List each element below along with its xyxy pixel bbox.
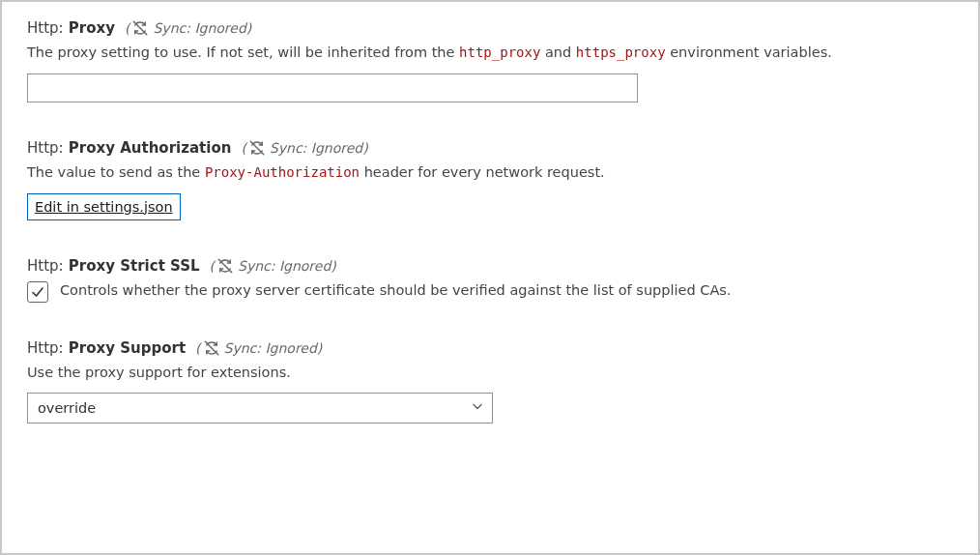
setting-description: The proxy setting to use. If not set, wi… [27, 43, 953, 64]
sync-ignored-label: Sync: Ignored [224, 340, 317, 356]
setting-category: Http: [27, 139, 64, 157]
setting-description: The value to send as the Proxy-Authoriza… [27, 162, 953, 184]
setting-description: Controls whether the proxy server certif… [60, 280, 731, 302]
setting-name: Proxy [69, 19, 115, 37]
sync-ignored-icon [203, 339, 220, 357]
setting-http-proxy-support: Http: Proxy Support ( Sync: Ignored ) Us… [27, 339, 953, 424]
setting-title: Http: Proxy Support ( Sync: Ignored ) [27, 339, 953, 357]
sync-ignored-icon [131, 19, 149, 37]
sync-ignored-label: Sync: Ignored [270, 140, 362, 156]
setting-title: Http: Proxy Authorization ( Sync: Ignore… [27, 139, 953, 157]
proxy-support-select[interactable]: override [27, 393, 493, 424]
sync-ignored-badge: ( Sync: Ignored ) [241, 139, 367, 157]
sync-ignored-badge: ( Sync: Ignored ) [125, 19, 251, 37]
checkbox-row: Controls whether the proxy server certif… [27, 280, 953, 303]
code-proxy-authorization: Proxy-Authorization [205, 164, 360, 180]
setting-category: Http: [27, 339, 64, 357]
code-https-proxy: https_proxy [576, 44, 666, 60]
setting-category: Http: [27, 257, 64, 275]
sync-ignored-badge: ( Sync: Ignored ) [195, 339, 322, 357]
edit-in-settings-json-link[interactable]: Edit in settings.json [27, 193, 181, 220]
proxy-support-select-wrap: override [27, 393, 493, 424]
setting-http-proxy-authorization: Http: Proxy Authorization ( Sync: Ignore… [27, 139, 953, 220]
setting-category: Http: [27, 19, 64, 37]
settings-panel: Http: Proxy ( Sync: Ignored ) The [0, 0, 980, 555]
setting-http-proxy-strict-ssl: Http: Proxy Strict SSL ( Sync: Ignored ) [27, 257, 953, 303]
proxy-input[interactable] [27, 73, 638, 102]
sync-ignored-badge: ( Sync: Ignored ) [210, 257, 336, 275]
setting-name: Proxy Authorization [69, 139, 232, 157]
setting-description: Use the proxy support for extensions. [27, 363, 953, 384]
sync-ignored-label: Sync: Ignored [153, 20, 245, 36]
setting-title: Http: Proxy Strict SSL ( Sync: Ignored ) [27, 257, 953, 275]
setting-name: Proxy Strict SSL [69, 257, 200, 275]
checkmark-icon [30, 284, 45, 300]
sync-ignored-icon [216, 257, 234, 275]
setting-http-proxy: Http: Proxy ( Sync: Ignored ) The [27, 19, 953, 102]
setting-name: Proxy Support [69, 339, 186, 357]
setting-title: Http: Proxy ( Sync: Ignored ) [27, 19, 953, 37]
proxy-strict-ssl-checkbox[interactable] [27, 281, 48, 303]
code-http-proxy: http_proxy [459, 44, 540, 60]
sync-ignored-icon [248, 139, 266, 157]
sync-ignored-label: Sync: Ignored [238, 258, 331, 274]
